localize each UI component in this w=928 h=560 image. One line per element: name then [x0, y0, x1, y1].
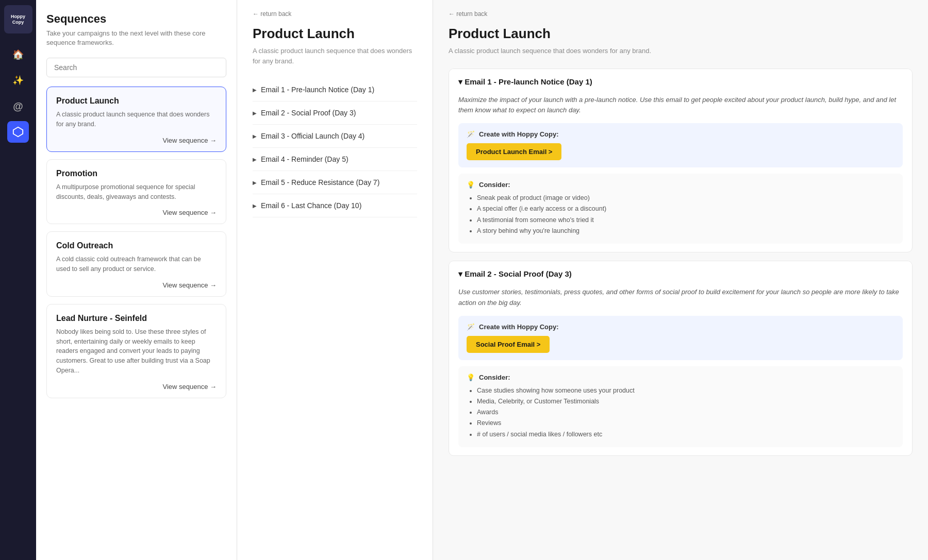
consider-title: 💡 Consider:	[467, 374, 894, 381]
email-list-item-email3[interactable]: ▶Email 3 - Official Launch (Day 4)	[253, 125, 417, 148]
right-return-back[interactable]: ← return back	[449, 10, 913, 18]
email-section-body: Maximize the impact of your launch with …	[449, 95, 912, 252]
middle-return-back[interactable]: ← return back	[253, 10, 417, 18]
email-label: Email 3 - Official Launch (Day 4)	[261, 132, 364, 140]
email-section-body: Use customer stories, testimonials, pres…	[449, 287, 912, 455]
arrow-icon: ▶	[253, 180, 257, 185]
left-panel: Sequences Take your campaigns to the nex…	[36, 0, 237, 560]
card-desc: A cold classic cold outreach framework t…	[56, 254, 217, 274]
wand-icon: 🪄	[467, 323, 475, 331]
card-desc: A classic product launch sequence that d…	[56, 110, 217, 129]
bulb-icon: 💡	[467, 181, 475, 189]
consider-item: Sneak peak of product (image or video)	[477, 193, 894, 203]
arrow-icon: ▶	[253, 110, 257, 116]
email-italic-desc: Use customer stories, testimonials, pres…	[458, 287, 903, 309]
email-sections: ▾ Email 1 - Pre-launch Notice (Day 1) Ma…	[449, 69, 913, 456]
consider-item: A story behind why you're launching	[477, 226, 894, 236]
consider-item: Media, Celebrity, or Customer Testimonia…	[477, 396, 894, 407]
middle-panel: ← return back Product Launch A classic p…	[237, 0, 433, 560]
right-title: Product Launch	[449, 26, 913, 42]
sequence-card-lead-nurture[interactable]: Lead Nurture - Seinfeld Nobody likes bei…	[46, 304, 226, 398]
nav-home[interactable]: 🏠	[7, 44, 29, 65]
consider-box: 💡 Consider: Sneak peak of product (image…	[458, 174, 903, 244]
card-title: Product Launch	[56, 96, 217, 106]
card-title: Lead Nurture - Seinfeld	[56, 314, 217, 323]
create-box: 🪄 Create with Hoppy Copy: Product Launch…	[458, 123, 903, 167]
sequence-card-product-launch[interactable]: Product Launch A classic product launch …	[46, 87, 226, 152]
card-desc: Nobody likes being sold to. Use these th…	[56, 327, 217, 376]
email-section-header[interactable]: ▾ Email 1 - Pre-launch Notice (Day 1)	[449, 69, 912, 95]
svg-marker-0	[13, 127, 23, 137]
email-label: Email 4 - Reminder (Day 5)	[261, 155, 349, 163]
nav-at[interactable]: @	[7, 95, 29, 117]
email-label: Email 6 - Last Chance (Day 10)	[261, 201, 361, 210]
consider-title-text: Consider:	[479, 181, 510, 189]
panel-subtitle: Take your campaigns to the next level wi…	[46, 29, 226, 47]
create-box: 🪄 Create with Hoppy Copy: Social Proof E…	[458, 316, 903, 360]
email-label: Email 2 - Social Proof (Day 3)	[261, 109, 356, 117]
consider-title: 💡 Consider:	[467, 181, 894, 189]
email-label: Email 5 - Reduce Resistance (Day 7)	[261, 178, 379, 186]
create-label-text: Create with Hoppy Copy:	[479, 323, 559, 331]
consider-list: Sneak peak of product (image or video)A …	[467, 193, 894, 236]
view-sequence-link[interactable]: View sequence →	[56, 383, 217, 391]
nav-sequences[interactable]	[7, 121, 29, 143]
section-header-label: ▾ Email 1 - Pre-launch Notice (Day 1)	[458, 77, 592, 87]
consider-title-text: Consider:	[479, 374, 510, 381]
section-header-label: ▾ Email 2 - Social Proof (Day 3)	[458, 269, 572, 279]
email-section-email1: ▾ Email 1 - Pre-launch Notice (Day 1) Ma…	[449, 69, 913, 253]
card-desc: A multipurpose promotional sequence for …	[56, 182, 217, 202]
middle-title: Product Launch	[253, 26, 417, 42]
right-desc: A classic product launch sequence that d…	[449, 46, 913, 56]
consider-item: A special offer (i.e early access or a d…	[477, 203, 894, 214]
consider-item: Reviews	[477, 418, 894, 429]
logo-text: HoppyCopy	[11, 14, 25, 25]
bulb-icon: 💡	[467, 374, 475, 381]
card-title: Cold Outreach	[56, 241, 217, 250]
consider-list: Case studies showing how someone uses yo…	[467, 385, 894, 440]
sidebar: HoppyCopy 🏠 ✨ @	[0, 0, 36, 560]
card-title: Promotion	[56, 169, 217, 178]
sequence-card-promotion[interactable]: Promotion A multipurpose promotional seq…	[46, 159, 226, 225]
sequence-card-cold-outreach[interactable]: Cold Outreach A cold classic cold outrea…	[46, 231, 226, 297]
arrow-icon: ▶	[253, 87, 257, 93]
create-label: 🪄 Create with Hoppy Copy:	[467, 323, 894, 331]
consider-item: Awards	[477, 407, 894, 418]
consider-box: 💡 Consider: Case studies showing how som…	[458, 366, 903, 447]
email-list-item-email5[interactable]: ▶Email 5 - Reduce Resistance (Day 7)	[253, 171, 417, 194]
emails-list: ▶Email 1 - Pre-launch Notice (Day 1)▶Ema…	[253, 78, 417, 217]
email-section-email2: ▾ Email 2 - Social Proof (Day 3) Use cus…	[449, 261, 913, 456]
consider-item: A testimonial from someone who's tried i…	[477, 215, 894, 226]
create-button[interactable]: Product Launch Email >	[467, 143, 561, 160]
search-input[interactable]	[46, 58, 226, 77]
create-label-text: Create with Hoppy Copy:	[479, 130, 559, 138]
create-button[interactable]: Social Proof Email >	[467, 336, 550, 353]
arrow-icon: ▶	[253, 157, 257, 162]
wand-icon: 🪄	[467, 130, 475, 138]
email-list-item-email1[interactable]: ▶Email 1 - Pre-launch Notice (Day 1)	[253, 78, 417, 101]
email-section-header[interactable]: ▾ Email 2 - Social Proof (Day 3)	[449, 261, 912, 287]
view-sequence-link[interactable]: View sequence →	[56, 137, 217, 144]
logo[interactable]: HoppyCopy	[4, 5, 32, 33]
email-list-item-email6[interactable]: ▶Email 6 - Last Chance (Day 10)	[253, 194, 417, 217]
email-label: Email 1 - Pre-launch Notice (Day 1)	[261, 86, 374, 94]
view-sequence-link[interactable]: View sequence →	[56, 281, 217, 289]
consider-item: Case studies showing how someone uses yo…	[477, 385, 894, 396]
arrow-icon: ▶	[253, 133, 257, 139]
right-panel: ← return back Product Launch A classic p…	[433, 0, 928, 560]
middle-desc: A classic product launch sequence that d…	[253, 46, 417, 66]
arrow-icon: ▶	[253, 203, 257, 209]
email-list-item-email4[interactable]: ▶Email 4 - Reminder (Day 5)	[253, 148, 417, 171]
panel-title: Sequences	[46, 12, 226, 26]
email-italic-desc: Maximize the impact of your launch with …	[458, 95, 903, 116]
email-list-item-email2[interactable]: ▶Email 2 - Social Proof (Day 3)	[253, 101, 417, 125]
consider-item: # of users / social media likes / follow…	[477, 429, 894, 440]
nav-magic[interactable]: ✨	[7, 70, 29, 91]
view-sequence-link[interactable]: View sequence →	[56, 209, 217, 216]
create-label: 🪄 Create with Hoppy Copy:	[467, 130, 894, 138]
cards-container: Product Launch A classic product launch …	[46, 87, 226, 398]
